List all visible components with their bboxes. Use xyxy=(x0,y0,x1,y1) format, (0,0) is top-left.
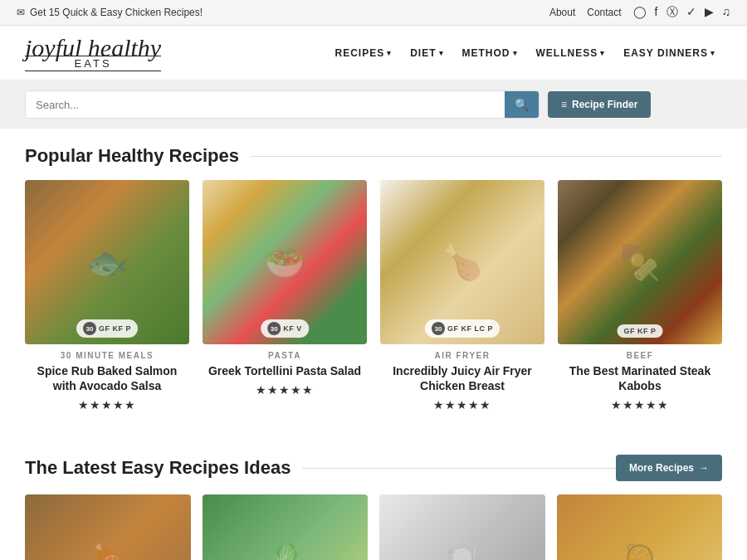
nav-wellness[interactable]: WELLNESS ▾ xyxy=(530,42,613,64)
recipe-title-0: Spice Rub Baked Salmon with Avocado Sals… xyxy=(25,363,189,393)
recipe-badges-3: GF KF P xyxy=(617,324,662,338)
nav-easy-dinners-arrow: ▾ xyxy=(710,49,715,57)
recipe-image-wrap-1: 🥗 30 KF V xyxy=(203,180,367,344)
latest-card-0[interactable]: 🍖 xyxy=(25,494,191,560)
latest-recipe-grid: 🍖 🥬 🍽️ 🥘 xyxy=(25,494,722,560)
nav-recipes[interactable]: RECIPES ▾ xyxy=(328,42,398,64)
search-button[interactable]: 🔍 xyxy=(505,91,539,118)
recipe-image-wrap-3: 🍢 GF KF P xyxy=(558,180,722,344)
facebook-icon[interactable]: f xyxy=(655,5,658,20)
main-nav: RECIPES ▾ DIET ▾ METHOD ▾ WELLNESS ▾ EAS… xyxy=(328,42,722,64)
badge-gf-0: GF xyxy=(99,324,110,333)
search-input[interactable] xyxy=(26,92,505,118)
badge-p-3: P xyxy=(651,327,657,335)
badge-v-1: V xyxy=(296,324,302,333)
main-content: Popular Healthy Recipes 🐟 30 GF KF P 30 … xyxy=(0,129,747,455)
latest-card-img-0: 🍖 xyxy=(25,494,191,560)
badge-kf-3: KF xyxy=(637,327,648,335)
recipe-image-wrap-2: 🍗 30 GF KF LC P xyxy=(380,180,544,344)
latest-header: The Latest Easy Recipes Ideas More Recip… xyxy=(25,455,722,481)
latest-food-icon-3: 🥘 xyxy=(557,494,723,560)
recipe-info-3: BEEF The Best Marinated Steak Kabobs ★★★… xyxy=(558,344,722,413)
latest-header-left: The Latest Easy Recipes Ideas xyxy=(25,457,616,479)
latest-food-icon-0: 🍖 xyxy=(25,494,191,560)
nav-method-arrow: ▾ xyxy=(513,49,518,57)
latest-food-icon-1: 🥬 xyxy=(203,494,369,560)
section-divider xyxy=(251,156,722,157)
popular-section-header: Popular Healthy Recipes xyxy=(25,145,722,167)
pinterest-icon[interactable]: Ⓧ xyxy=(666,5,678,20)
popular-recipe-grid: 🐟 30 GF KF P 30 MINUTE MEALS Spice Rub B… xyxy=(25,180,722,413)
nav-recipes-arrow: ▾ xyxy=(387,49,392,57)
nav-method[interactable]: METHOD ▾ xyxy=(456,42,525,64)
more-arrow-icon: → xyxy=(699,462,709,474)
latest-card-img-1: 🥬 xyxy=(203,494,369,560)
badge-kf-0: KF xyxy=(112,324,123,333)
recipe-image-3: 🍢 xyxy=(558,180,722,344)
recipe-info-0: 30 MINUTE MEALS Spice Rub Baked Salmon w… xyxy=(25,344,189,413)
recipe-info-2: AIR FRYER Incredibly Juicy Air Fryer Chi… xyxy=(380,344,544,413)
latest-card-3[interactable]: 🥘 xyxy=(557,494,723,560)
latest-card-2[interactable]: 🍽️ xyxy=(379,494,545,560)
recipe-category-3: BEEF xyxy=(558,351,722,360)
list-icon: ≡ xyxy=(561,99,567,110)
recipe-card-0[interactable]: 🐟 30 GF KF P 30 MINUTE MEALS Spice Rub B… xyxy=(25,180,189,413)
recipe-title-3: The Best Marinated Steak Kabobs xyxy=(558,363,722,393)
recipe-category-0: 30 MINUTE MEALS xyxy=(25,351,189,360)
email-icon: ✉ xyxy=(17,7,25,18)
recipe-card-1[interactable]: 🥗 30 KF V PASTA Greek Tortellini Pasta S… xyxy=(203,180,367,413)
popular-title: Popular Healthy Recipes xyxy=(25,145,239,167)
promo-text: Get 15 Quick & Easy Chicken Recipes! xyxy=(30,7,203,18)
latest-section: The Latest Easy Recipes Ideas More Recip… xyxy=(0,455,747,560)
instagram-icon[interactable]: ◯ xyxy=(633,5,647,20)
tiktok-icon[interactable]: ♫ xyxy=(722,5,731,20)
badge-kf-2: KF xyxy=(461,324,471,333)
youtube-icon[interactable]: ▶ xyxy=(705,5,714,20)
badge-gf-3: GF xyxy=(623,327,635,335)
latest-title: The Latest Easy Recipes Ideas xyxy=(25,457,290,479)
recipe-stars-1: ★★★★★ xyxy=(203,383,367,397)
recipe-category-2: AIR FRYER xyxy=(380,351,544,360)
latest-section-divider xyxy=(302,468,616,469)
recipe-stars-0: ★★★★★ xyxy=(25,398,189,411)
more-recipes-button[interactable]: More Recipes → xyxy=(616,455,722,481)
about-link[interactable]: About xyxy=(549,7,575,18)
badge-gf-2: GF xyxy=(447,324,459,333)
recipe-card-3[interactable]: 🍢 GF KF P BEEF The Best Marinated Steak … xyxy=(558,180,722,413)
recipe-image-wrap-0: 🐟 30 GF KF P xyxy=(25,180,189,344)
recipe-finder-button[interactable]: ≡ Recipe Finder xyxy=(548,91,651,118)
nav-diet[interactable]: DIET ▾ xyxy=(403,42,450,64)
food-icon-3: 🍢 xyxy=(558,180,722,344)
recipe-title-1: Greek Tortellini Pasta Salad xyxy=(203,363,367,378)
recipe-badges-2: 30 GF KF LC P xyxy=(425,319,500,338)
recipe-badges-1: 30 KF V xyxy=(261,319,309,338)
social-icons: ◯ f Ⓧ ✓ ▶ ♫ xyxy=(633,5,730,20)
top-bar-right: About Contact ◯ f Ⓧ ✓ ▶ ♫ xyxy=(549,5,730,20)
badge-num-1: 30 xyxy=(267,322,281,335)
badge-num-2: 30 xyxy=(432,322,445,335)
recipe-stars-2: ★★★★★ xyxy=(380,398,544,411)
latest-food-icon-2: 🍽️ xyxy=(379,494,545,560)
nav-diet-arrow: ▾ xyxy=(439,49,444,57)
recipe-info-1: PASTA Greek Tortellini Pasta Salad ★★★★★ xyxy=(203,344,367,398)
contact-link[interactable]: Contact xyxy=(587,7,621,18)
latest-card-1[interactable]: 🥬 xyxy=(203,494,369,560)
search-section: 🔍 ≡ Recipe Finder xyxy=(0,80,747,129)
site-logo[interactable]: joyful healthy EATS xyxy=(25,34,161,71)
badge-lc-2: LC xyxy=(474,324,485,333)
nav-easy-dinners[interactable]: EASY DINNERS ▾ xyxy=(617,42,722,64)
latest-card-img-3: 🥘 xyxy=(557,494,723,560)
twitter-icon[interactable]: ✓ xyxy=(686,5,696,20)
recipe-category-1: PASTA xyxy=(203,351,367,360)
badge-p-0: P xyxy=(125,324,131,333)
nav-wellness-arrow: ▾ xyxy=(600,49,605,57)
recipe-card-2[interactable]: 🍗 30 GF KF LC P AIR FRYER Incredibly Jui… xyxy=(380,180,544,413)
site-header: joyful healthy EATS RECIPES ▾ DIET ▾ MET… xyxy=(0,26,747,80)
recipe-stars-3: ★★★★★ xyxy=(558,398,722,411)
top-bar: ✉ Get 15 Quick & Easy Chicken Recipes! A… xyxy=(0,0,747,26)
recipe-badges-0: 30 GF KF P xyxy=(76,319,138,338)
badge-num-0: 30 xyxy=(83,322,96,335)
promo-area[interactable]: ✉ Get 15 Quick & Easy Chicken Recipes! xyxy=(17,7,203,18)
search-icon: 🔍 xyxy=(515,98,529,111)
recipe-title-2: Incredibly Juicy Air Fryer Chicken Breas… xyxy=(380,363,544,393)
